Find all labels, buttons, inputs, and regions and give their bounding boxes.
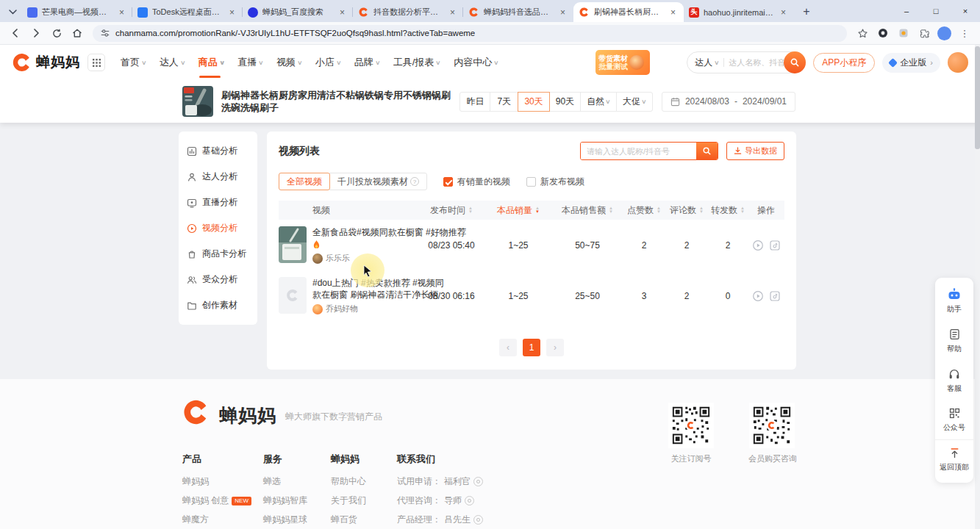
prev-page-button[interactable]: ‹ (499, 339, 517, 356)
enterprise-button[interactable]: 企业版 › (882, 53, 940, 73)
tab-close-icon[interactable]: × (337, 7, 348, 18)
sidebar-item-influencer-analysis[interactable]: 达人分析 (179, 164, 257, 190)
scrollbar-thumb[interactable] (975, 46, 980, 149)
tab-all-videos[interactable]: 全部视频 (279, 173, 330, 190)
play-video-icon[interactable] (752, 290, 764, 302)
export-data-button[interactable]: 导出数据 (726, 142, 784, 160)
window-maximize-button[interactable]: □ (921, 0, 951, 22)
browser-menu-icon[interactable]: ⋮ (955, 24, 974, 43)
app-miniprogram-button[interactable]: APP小程序 (813, 53, 875, 73)
footer-link[interactable]: 帮助中心 (331, 475, 397, 488)
nav-tools[interactable]: 工具/报表∨ (387, 45, 447, 80)
footer-link[interactable]: 蝉妈妈 (182, 475, 263, 488)
nav-content-center[interactable]: 内容中心∨ (447, 45, 505, 80)
contact-item[interactable]: 产品经理：吕先生 (397, 514, 603, 526)
author-row[interactable]: 乔妈好物 (312, 303, 418, 314)
tab-search-chevron-icon[interactable] (3, 2, 22, 21)
footer-link[interactable]: 蝉百货 (331, 514, 397, 526)
extension-icon[interactable] (894, 24, 913, 43)
footer-link[interactable]: 蝉妈妈星球 (263, 514, 331, 526)
play-video-icon[interactable] (752, 240, 764, 251)
chanmama-logo[interactable]: 蝉妈妈 (12, 52, 80, 73)
promo-banner[interactable]: 带货素材 批量测试 (595, 50, 650, 75)
bookmark-star-icon[interactable] (853, 24, 872, 43)
filter-30d[interactable]: 30天 (518, 92, 549, 112)
video-title[interactable]: 全新食品袋#视频同款在橱窗 #好物推荐 (312, 226, 418, 238)
contact-item[interactable]: 试用申请：福利官 (397, 475, 603, 488)
next-page-button[interactable]: › (546, 339, 564, 356)
col-comments[interactable]: 评论数▲▼ (665, 204, 708, 217)
sidebar-item-product-card-analysis[interactable]: 商品卡分析 (179, 241, 257, 267)
extension-icon[interactable] (873, 24, 893, 43)
user-avatar[interactable] (948, 52, 968, 73)
browser-tab-active[interactable]: 刷锅神器长柄厨房家用清洁不 × (573, 2, 684, 22)
sidebar-item-creative-material[interactable]: 创作素材 (179, 292, 257, 318)
refresh-icon[interactable] (47, 24, 66, 43)
apps-grid-icon[interactable] (87, 54, 105, 71)
browser-tab[interactable]: ToDesk远程桌面软件-免费安 × (132, 2, 243, 22)
video-thumbnail[interactable] (279, 277, 307, 314)
nav-shop[interactable]: 小店∨ (309, 45, 348, 80)
page-scrollbar[interactable] (975, 45, 980, 529)
filter-new-videos[interactable]: 新发布视频 (526, 176, 584, 188)
nav-influencer[interactable]: 达人∨ (153, 45, 192, 80)
window-close-button[interactable]: × (951, 0, 980, 22)
sidebar-item-basic-analysis[interactable]: 基础分析 (179, 138, 257, 164)
footer-link[interactable]: 蝉选 (263, 475, 331, 488)
back-icon[interactable] (6, 24, 25, 43)
official-account-button[interactable]: 公众号 (935, 400, 973, 439)
filter-promo-dropdown[interactable]: 大促∨ (616, 92, 653, 112)
footer-link[interactable]: 关于我们 (331, 494, 397, 507)
help-button[interactable]: 帮助 (935, 321, 973, 361)
tab-close-icon[interactable]: × (447, 7, 458, 18)
tab-close-icon[interactable]: × (557, 7, 568, 18)
filter-yesterday[interactable]: 昨日 (459, 92, 490, 112)
filter-90d[interactable]: 90天 (549, 92, 581, 112)
checkbox-unchecked[interactable] (526, 177, 536, 187)
sidebar-item-live-analysis[interactable]: 直播分析 (179, 190, 257, 215)
nav-product[interactable]: 商品∨ (192, 45, 232, 80)
col-item-gmv[interactable]: 本品销售额▲▼ (552, 204, 623, 217)
tab-close-icon[interactable]: × (116, 7, 127, 18)
back-to-top-button[interactable]: 返回顶部 (935, 439, 973, 479)
nav-live[interactable]: 直播∨ (231, 45, 270, 80)
address-bar[interactable]: chanmama.com/promotionRank/-VJ3rUIyL1hU-… (93, 25, 847, 42)
footer-link[interactable]: 蝉魔方 (182, 514, 263, 526)
tab-close-icon[interactable]: × (668, 7, 679, 18)
filter-has-sales[interactable]: 有销量的视频 (443, 176, 510, 188)
window-minimize-button[interactable]: – (892, 0, 921, 22)
checkbox-checked[interactable] (443, 177, 453, 187)
tab-close-icon[interactable]: × (226, 7, 237, 18)
filter-7d[interactable]: 7天 (490, 92, 518, 112)
header-search-button[interactable] (784, 51, 806, 73)
tab-close-icon[interactable]: × (778, 7, 789, 18)
open-douyin-icon[interactable] (769, 240, 781, 251)
header-search[interactable]: 达人∨ 达人名称、抖音号 (687, 51, 806, 73)
col-item-sales[interactable]: 本品销量▲▼ (484, 204, 552, 217)
date-range-picker[interactable]: 2024/08/03 - 2024/09/01 (662, 92, 795, 112)
forward-icon[interactable] (26, 24, 46, 43)
contact-item[interactable]: 代理咨询：导师 (397, 494, 603, 507)
sidebar-item-audience-analysis[interactable]: 受众分析 (179, 267, 257, 292)
filter-natural-dropdown[interactable]: 自然∨ (580, 92, 617, 112)
home-icon[interactable] (68, 24, 87, 43)
page-number-current[interactable]: 1 (523, 339, 540, 356)
browser-tab[interactable]: 抖音数据分析平台_抖音直播 × (353, 2, 463, 22)
search-button[interactable] (696, 142, 718, 160)
col-likes[interactable]: 点赞数▲▼ (623, 204, 665, 217)
nav-video[interactable]: 视频∨ (270, 45, 309, 80)
nav-brand[interactable]: 品牌∨ (348, 45, 387, 80)
open-douyin-icon[interactable] (769, 290, 781, 302)
browser-tab[interactable]: 蝉妈妈抖音选品库 | 抖音短视 × (463, 2, 573, 22)
footer-link[interactable]: 蝉妈妈智库 (263, 494, 331, 507)
video-thumbnail[interactable] (279, 226, 307, 263)
col-publish-time[interactable]: 发布时间▲▼ (418, 204, 484, 217)
col-shares[interactable]: 转发数▲▼ (708, 204, 748, 217)
assistant-button[interactable]: 助手 (935, 281, 973, 321)
customer-service-button[interactable]: 客服 (935, 361, 973, 400)
browser-tab[interactable]: 蝉妈妈_百度搜索 × (243, 2, 353, 22)
nav-home[interactable]: 首页∨ (114, 45, 153, 80)
search-input[interactable] (581, 143, 696, 159)
search-category-select[interactable]: 达人∨ (695, 57, 719, 69)
browser-tab[interactable]: 芒果电商—视频号电商玩法全 × (22, 2, 132, 22)
